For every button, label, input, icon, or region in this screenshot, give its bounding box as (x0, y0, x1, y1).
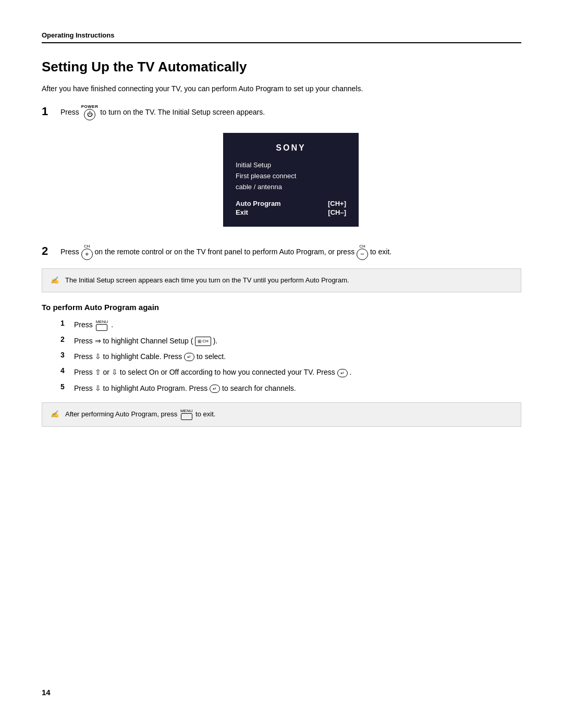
enter-icon-1: ↵ (184, 353, 194, 361)
sub-step-5-num: 5 (60, 382, 74, 391)
step-1-number: 1 (42, 105, 60, 118)
step-1-suffix: to turn on the TV. The Initial Setup scr… (100, 108, 265, 116)
note-1-text: The Initial Setup screen appears each ti… (65, 275, 349, 286)
step-2-number: 2 (42, 244, 60, 258)
note-1: ✍ The Initial Setup screen appears each … (42, 268, 521, 292)
sony-item2-right: [CH–] (328, 208, 346, 216)
sony-logo: SONY (236, 143, 346, 153)
sony-line1: Initial Setup (236, 160, 346, 171)
sub-section-title: To perform Auto Program again (42, 303, 521, 312)
sub-step-2-num: 2 (60, 335, 74, 343)
header: Operating Instructions (42, 31, 521, 43)
sub-step-4-text: Press ⇧ or ⇩ to select On or Off accordi… (74, 366, 351, 378)
step-1-press: Press (60, 108, 79, 116)
sub-steps: 1 Press MENU . 2 Press ⇒ to highlight Ch… (60, 319, 521, 394)
sony-item1-left: Auto Program (236, 200, 281, 207)
step-1-text: Press POWER ⏻ to turn on the TV. The Ini… (60, 105, 521, 120)
sony-menu-right: [CH+] [CH–] (328, 200, 346, 216)
sony-menu-text: Initial Setup First please connect cable… (236, 160, 346, 192)
page-number: 14 (42, 688, 51, 697)
sub-step-3-num: 3 (60, 351, 74, 359)
sony-menu-items: Auto Program Exit [CH+] [CH–] (236, 200, 346, 216)
step-2-text: Press CH + on the remote control or on t… (60, 244, 521, 260)
note-2-icon: ✍ (51, 409, 61, 420)
power-icon: POWER ⏻ (81, 105, 99, 120)
sub-step-3: 3 Press ⇩ to highlight Cable. Press ↵ to… (60, 351, 521, 362)
sony-screen: SONY Initial Setup First please connect … (223, 133, 359, 227)
note-2-text: After performing Auto Program, press MEN… (65, 409, 215, 420)
note-1-icon: ✍ (51, 275, 61, 286)
sub-step-1-num: 1 (60, 319, 74, 327)
sub-step-1-text: Press MENU . (74, 319, 113, 331)
sony-item2-left: Exit (236, 208, 281, 216)
sub-step-4-num: 4 (60, 366, 74, 375)
header-title: Operating Instructions (42, 31, 521, 39)
page-title: Setting Up the TV Automatically (42, 59, 521, 75)
enter-icon-2: ↵ (337, 369, 348, 377)
sony-item1-right: [CH+] (328, 200, 346, 207)
intro-text: After you have finished connecting your … (42, 83, 521, 94)
power-circle: ⏻ (84, 109, 95, 120)
sub-step-3-text: Press ⇩ to highlight Cable. Press ↵ to s… (74, 351, 226, 362)
sub-step-1: 1 Press MENU . (60, 319, 521, 331)
sub-step-5: 5 Press ⇩ to highlight Auto Program. Pre… (60, 382, 521, 394)
menu-icon-1: MENU (96, 320, 108, 331)
sub-step-4: 4 Press ⇧ or ⇩ to select On or Off accor… (60, 366, 521, 378)
menu-rect-2 (181, 413, 192, 420)
step-1: 1 Press POWER ⏻ to turn on the TV. The I… (42, 105, 521, 120)
page: Operating Instructions Setting Up the TV… (0, 0, 563, 477)
sub-step-2: 2 Press ⇒ to highlight Channel Setup ( ⊞… (60, 335, 521, 347)
step-2: 2 Press CH + on the remote control or on… (42, 244, 521, 260)
sub-step-5-text: Press ⇩ to highlight Auto Program. Press… (74, 382, 296, 394)
sony-line2: First please connect (236, 171, 346, 182)
menu-icon-2: MENU (180, 409, 193, 420)
ch-plus-circle: + (81, 249, 93, 260)
enter-icon-3: ↵ (210, 385, 220, 393)
ch-plus-icon: CH + (81, 244, 93, 260)
ch-minus-circle: − (357, 249, 368, 260)
sony-line3: cable / antenna (236, 182, 346, 193)
channel-setup-icon: ⊞ CH (195, 337, 211, 346)
sony-menu-left: Auto Program Exit (236, 200, 281, 216)
note-2: ✍ After performing Auto Program, press M… (42, 402, 521, 427)
sub-step-2-text: Press ⇒ to highlight Channel Setup ( ⊞ C… (74, 335, 217, 347)
ch-minus-icon: CH − (357, 244, 368, 260)
menu-rect (96, 324, 107, 331)
